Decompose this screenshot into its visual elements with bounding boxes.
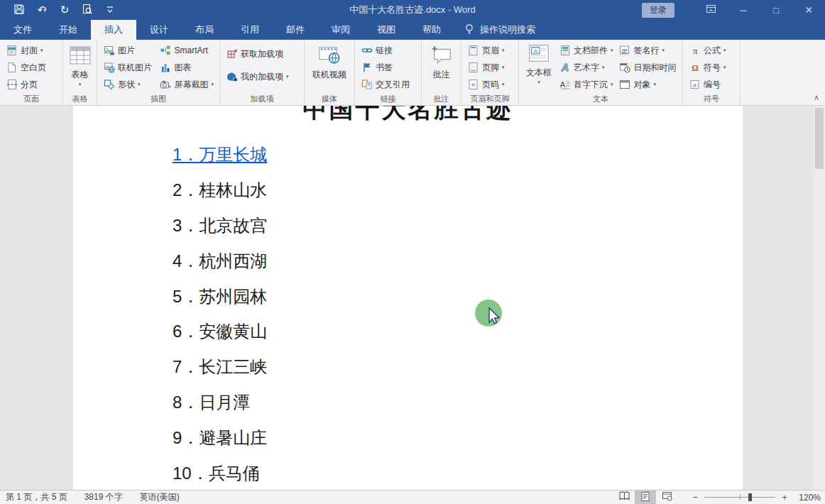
symbol-button[interactable]: Ω符号▾ (686, 59, 729, 76)
wordart-button[interactable]: A艺术字▾ (556, 59, 616, 76)
link-button[interactable]: 链接 (358, 42, 412, 59)
zoom-slider-thumb[interactable] (748, 493, 752, 501)
scenic-spot-list: 1．万里长城 2．桂林山水 3．北京故宫 4．杭州西湖 5．苏州园林 6．安徽黄… (173, 137, 267, 490)
group-symbols: π公式▾ Ω符号▾ #编号 符号 (683, 40, 741, 105)
blank-page-button[interactable]: 空白页 (3, 59, 49, 76)
group-tables: 表格 ▾ 表格 (63, 40, 97, 105)
read-mode-icon[interactable] (613, 491, 635, 504)
word-count[interactable]: 3819 个字 (84, 491, 123, 503)
comment-button[interactable]: 批注 (426, 42, 457, 81)
cross-reference-button[interactable]: 交叉引用 (358, 76, 412, 93)
tab-mailings[interactable]: 邮件 (273, 20, 318, 40)
zoom-level[interactable]: 120% (792, 493, 821, 503)
print-preview-icon[interactable] (78, 2, 97, 18)
language-indicator[interactable]: 英语(美国) (140, 491, 180, 503)
list-item[interactable]: 2．桂林山水 (173, 172, 267, 208)
header-button[interactable]: 页眉▾ (464, 42, 508, 59)
vertical-scrollbar[interactable] (814, 106, 825, 490)
online-pictures-button[interactable]: 联机图片 (100, 59, 156, 76)
page-indicator[interactable]: 第 1 页，共 5 页 (6, 491, 67, 503)
get-addins-button[interactable]: 获取加载项 (223, 45, 292, 62)
cover-page-icon (6, 45, 18, 57)
scrollbar-thumb[interactable] (815, 108, 824, 169)
object-button[interactable]: 对象▾ (616, 76, 679, 93)
online-video-button[interactable]: 联机视频 (308, 42, 351, 81)
pictures-button[interactable]: 图片 (100, 42, 156, 59)
tab-help[interactable]: 帮助 (409, 20, 454, 40)
table-icon (69, 44, 92, 67)
list-item[interactable]: 4．杭州西湖 (173, 243, 267, 279)
equation-button[interactable]: π公式▾ (686, 42, 729, 59)
tab-view[interactable]: 视图 (364, 20, 409, 40)
save-icon[interactable] (10, 2, 28, 18)
equation-icon: π (689, 45, 701, 57)
tab-insert[interactable]: 插入 (91, 20, 136, 40)
list-item[interactable]: 10．兵马俑 (173, 456, 267, 490)
text-box-button[interactable]: A 文本框 ▾ (522, 42, 556, 85)
document-page[interactable]: 中国十大名胜古迹 1．万里长城 2．桂林山水 3．北京故宫 4．杭州西湖 5．苏… (73, 106, 743, 490)
screenshot-button[interactable]: 屏幕截图▾ (156, 76, 217, 93)
tab-file[interactable]: 文件 (0, 20, 45, 40)
zoom-out-button[interactable]: − (687, 492, 703, 503)
page-break-button[interactable]: 分页 (3, 76, 49, 93)
tab-references[interactable]: 引用 (227, 20, 273, 40)
tab-design[interactable]: 设计 (136, 20, 182, 40)
zoom-in-button[interactable]: + (777, 492, 792, 503)
object-icon (619, 79, 631, 91)
tell-me-search[interactable]: 操作说明搜索 (464, 20, 535, 40)
tab-review[interactable]: 审阅 (318, 20, 364, 40)
title-bar: ↶▾ ↻ 中国十大名胜古迹.docx - Word 登录 ─ □ ✕ (0, 0, 825, 20)
group-media: 联机视频 媒体 (305, 40, 355, 105)
zoom-slider[interactable] (704, 491, 775, 504)
group-label-symbols: 符号 (683, 94, 740, 104)
web-layout-icon[interactable] (656, 491, 677, 504)
group-links: 链接 书签 交叉引用 链接 (355, 40, 422, 105)
smartart-button[interactable]: SmartArt (156, 42, 217, 59)
bookmark-button[interactable]: 书签 (358, 59, 412, 76)
list-item[interactable]: 6．安徽黄山 (173, 314, 267, 349)
group-label-illustrations: 插图 (97, 94, 219, 104)
footer-button[interactable]: 页脚▾ (464, 59, 508, 76)
shapes-icon (103, 79, 115, 91)
list-item[interactable]: 1．万里长城 (173, 137, 267, 172)
text-box-icon: A (528, 42, 550, 65)
quick-parts-button[interactable]: 文档部件▾ (556, 42, 616, 59)
page-number-button[interactable]: #页码▾ (464, 76, 508, 93)
my-addins-button[interactable]: 我的加载项▾ (223, 68, 292, 85)
print-layout-icon[interactable] (635, 491, 656, 504)
sign-in-button[interactable]: 登录 (642, 3, 674, 18)
mouse-cursor (474, 300, 508, 334)
redo-icon[interactable]: ↻ (55, 2, 74, 18)
group-addins: 获取加载项 我的加载项▾ 加载项 (220, 40, 305, 105)
minimize-button[interactable]: ─ (727, 0, 760, 20)
group-label-tables: 表格 (63, 94, 97, 104)
list-item[interactable]: 9．避暑山庄 (173, 420, 267, 456)
cover-page-button[interactable]: 封面▾ (3, 42, 49, 59)
close-button[interactable]: ✕ (792, 0, 825, 20)
group-pages: 封面▾ 空白页 分页 页面 (0, 40, 63, 105)
signature-line-button[interactable]: 签名行▾ (616, 42, 679, 59)
customize-qat-icon[interactable] (101, 2, 119, 18)
document-heading: 中国十大名胜古迹 (73, 106, 743, 126)
group-label-links: 链接 (355, 94, 421, 104)
collapse-ribbon-icon[interactable]: ∧ (814, 93, 819, 102)
list-item[interactable]: 8．日月潭 (173, 385, 267, 420)
tab-layout[interactable]: 布局 (182, 20, 227, 40)
quick-access-toolbar: ↶▾ ↻ (10, 2, 119, 18)
maximize-button[interactable]: □ (760, 0, 792, 20)
svg-text:A: A (559, 80, 565, 89)
undo-icon[interactable]: ↶▾ (33, 2, 51, 18)
list-item[interactable]: 5．苏州园林 (173, 279, 267, 314)
table-button[interactable]: 表格 ▾ (65, 42, 96, 87)
chart-button[interactable]: 图表 (156, 59, 217, 76)
date-time-button[interactable]: 日期和时间 (616, 59, 679, 76)
number-button[interactable]: #编号 (686, 76, 729, 93)
hyperlink-great-wall[interactable]: 1．万里长城 (173, 143, 267, 166)
ribbon-display-options-icon[interactable] (694, 0, 727, 20)
list-item[interactable]: 3．北京故宫 (173, 208, 267, 243)
shapes-button[interactable]: 形状▾ (100, 76, 156, 93)
ribbon-tab-row: 文件 开始 插入 设计 布局 引用 邮件 审阅 视图 帮助 操作说明搜索 (0, 20, 825, 40)
tab-home[interactable]: 开始 (45, 20, 91, 40)
drop-cap-button[interactable]: A首字下沉▾ (556, 76, 616, 93)
list-item[interactable]: 7．长江三峡 (173, 349, 267, 385)
